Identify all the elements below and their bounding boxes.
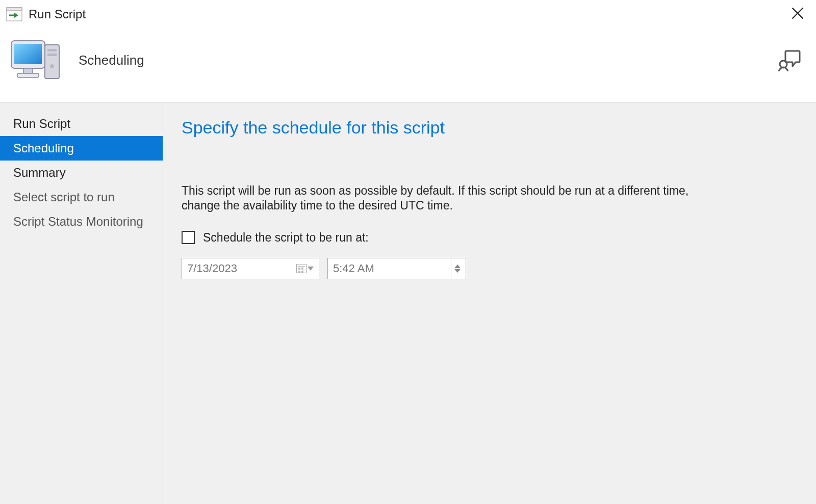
body: Run Script Scheduling Summary Select scr… [0, 102, 816, 504]
svg-point-9 [50, 64, 54, 68]
sidebar-item-run-script[interactable]: Run Script [0, 112, 163, 136]
sidebar-item-summary[interactable]: Summary [0, 161, 163, 185]
calendar-icon [296, 264, 307, 273]
calendar-dropdown-icon[interactable] [296, 264, 314, 273]
sidebar: Run Script Scheduling Summary Select scr… [0, 102, 163, 504]
sidebar-item-label: Run Script [13, 117, 70, 130]
main-description: This script will be run as soon as possi… [182, 183, 712, 214]
svg-rect-14 [17, 73, 39, 77]
sidebar-item-select-script[interactable]: Select script to run [0, 185, 163, 209]
time-picker[interactable]: 5:42 AM [327, 258, 466, 279]
datetime-inputs: 7/13/2023 5:42 AM [182, 258, 798, 279]
date-value: 7/13/2023 [187, 262, 237, 275]
svg-rect-13 [23, 68, 33, 73]
time-value: 5:42 AM [333, 262, 374, 275]
feedback-icon[interactable] [777, 49, 802, 71]
date-picker[interactable]: 7/13/2023 [182, 258, 319, 279]
titlebar: Run Script [0, 0, 816, 29]
close-button[interactable] [785, 6, 810, 23]
sidebar-item-status-monitoring[interactable]: Script Status Monitoring [0, 209, 163, 234]
svg-rect-1 [7, 8, 22, 11]
schedule-checkbox[interactable] [182, 231, 195, 244]
page-title: Scheduling [79, 52, 144, 68]
svg-rect-12 [14, 44, 42, 64]
computer-icon [7, 36, 63, 85]
sidebar-item-label: Summary [13, 166, 66, 179]
spinner-up-icon[interactable] [454, 264, 461, 268]
main-heading: Specify the schedule for this script [182, 118, 798, 138]
header-band: Scheduling [0, 29, 816, 102]
schedule-checkbox-label: Schedule the script to be run at: [203, 231, 369, 245]
header-left: Scheduling [7, 36, 144, 85]
spinner-down-icon[interactable] [454, 269, 461, 273]
svg-rect-7 [47, 49, 57, 51]
main-panel: Specify the schedule for this script Thi… [163, 102, 816, 504]
svg-rect-8 [47, 54, 57, 56]
schedule-checkbox-row: Schedule the script to be run at: [182, 231, 798, 245]
titlebar-left: Run Script [6, 7, 86, 21]
sidebar-item-label: Script Status Monitoring [13, 215, 143, 228]
sidebar-item-label: Select script to run [13, 190, 115, 204]
time-spinner [451, 258, 461, 279]
chevron-down-icon [308, 267, 314, 271]
sidebar-item-scheduling[interactable]: Scheduling [0, 136, 163, 161]
app-icon [6, 7, 22, 21]
window-title: Run Script [29, 7, 86, 21]
sidebar-item-label: Scheduling [13, 141, 74, 155]
